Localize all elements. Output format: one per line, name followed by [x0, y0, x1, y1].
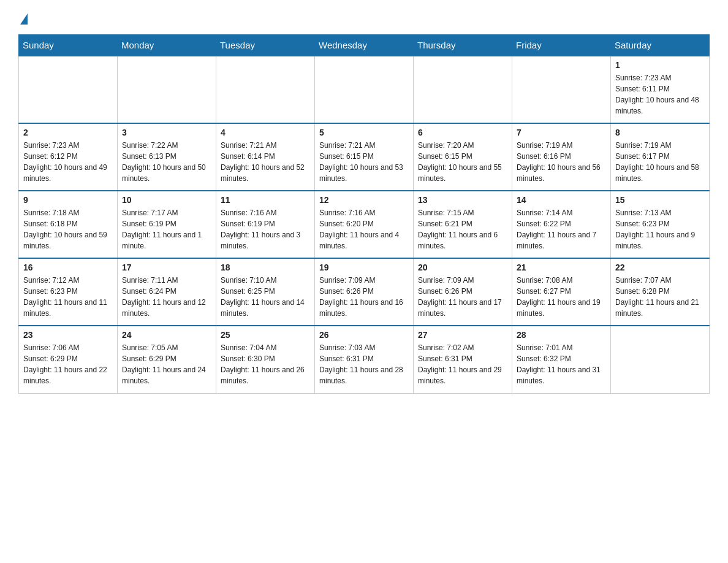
- calendar-cell: 12Sunrise: 7:16 AM Sunset: 6:20 PM Dayli…: [315, 191, 414, 258]
- day-info: Sunrise: 7:06 AM Sunset: 6:29 PM Dayligh…: [23, 342, 113, 386]
- calendar-table: SundayMondayTuesdayWednesdayThursdayFrid…: [18, 34, 710, 394]
- day-number: 22: [615, 262, 705, 272]
- day-info: Sunrise: 7:05 AM Sunset: 6:29 PM Dayligh…: [122, 342, 211, 386]
- calendar-cell: [19, 56, 118, 123]
- day-info: Sunrise: 7:08 AM Sunset: 6:27 PM Dayligh…: [517, 275, 606, 319]
- day-number: 6: [418, 128, 507, 137]
- day-info: Sunrise: 7:14 AM Sunset: 6:22 PM Dayligh…: [517, 207, 606, 251]
- week-row-2: 2Sunrise: 7:23 AM Sunset: 6:12 PM Daylig…: [19, 123, 710, 191]
- day-number: 21: [517, 262, 606, 272]
- calendar-cell: 23Sunrise: 7:06 AM Sunset: 6:29 PM Dayli…: [19, 326, 118, 393]
- day-info: Sunrise: 7:09 AM Sunset: 6:26 PM Dayligh…: [418, 275, 507, 319]
- calendar-cell: 14Sunrise: 7:14 AM Sunset: 6:22 PM Dayli…: [512, 191, 611, 258]
- week-row-4: 16Sunrise: 7:12 AM Sunset: 6:23 PM Dayli…: [19, 258, 710, 326]
- day-number: 1: [615, 60, 705, 70]
- day-info: Sunrise: 7:23 AM Sunset: 6:11 PM Dayligh…: [615, 72, 705, 117]
- day-number: 5: [319, 128, 409, 137]
- calendar-cell: 6Sunrise: 7:20 AM Sunset: 6:15 PM Daylig…: [414, 123, 512, 191]
- calendar-header-row: SundayMondayTuesdayWednesdayThursdayFrid…: [19, 35, 710, 56]
- calendar-cell: 24Sunrise: 7:05 AM Sunset: 6:29 PM Dayli…: [118, 326, 216, 393]
- day-number: 16: [23, 262, 113, 272]
- calendar-cell: 8Sunrise: 7:19 AM Sunset: 6:17 PM Daylig…: [611, 123, 710, 191]
- week-row-5: 23Sunrise: 7:06 AM Sunset: 6:29 PM Dayli…: [19, 326, 710, 393]
- day-info: Sunrise: 7:16 AM Sunset: 6:20 PM Dayligh…: [319, 207, 409, 251]
- day-number: 8: [615, 128, 705, 137]
- day-number: 10: [122, 195, 211, 205]
- day-info: Sunrise: 7:03 AM Sunset: 6:31 PM Dayligh…: [319, 342, 409, 386]
- calendar-cell: [216, 56, 315, 123]
- day-number: 18: [221, 262, 310, 272]
- day-info: Sunrise: 7:10 AM Sunset: 6:25 PM Dayligh…: [221, 275, 310, 319]
- day-number: 13: [418, 195, 507, 205]
- day-info: Sunrise: 7:01 AM Sunset: 6:32 PM Dayligh…: [517, 342, 606, 386]
- day-info: Sunrise: 7:22 AM Sunset: 6:13 PM Dayligh…: [122, 140, 211, 184]
- calendar-cell: 19Sunrise: 7:09 AM Sunset: 6:26 PM Dayli…: [315, 258, 414, 326]
- calendar-cell: 7Sunrise: 7:19 AM Sunset: 6:16 PM Daylig…: [512, 123, 611, 191]
- day-info: Sunrise: 7:02 AM Sunset: 6:31 PM Dayligh…: [418, 342, 507, 386]
- page-header: [18, 12, 710, 23]
- calendar-cell: [512, 56, 611, 123]
- calendar-cell: 10Sunrise: 7:17 AM Sunset: 6:19 PM Dayli…: [118, 191, 216, 258]
- day-info: Sunrise: 7:16 AM Sunset: 6:19 PM Dayligh…: [221, 207, 310, 251]
- day-info: Sunrise: 7:18 AM Sunset: 6:18 PM Dayligh…: [23, 207, 113, 251]
- day-info: Sunrise: 7:23 AM Sunset: 6:12 PM Dayligh…: [23, 140, 113, 184]
- day-number: 23: [23, 330, 113, 340]
- calendar-cell: [414, 56, 512, 123]
- week-row-3: 9Sunrise: 7:18 AM Sunset: 6:18 PM Daylig…: [19, 191, 710, 258]
- day-number: 26: [319, 330, 409, 340]
- calendar-header-thursday: Thursday: [414, 35, 512, 56]
- day-number: 17: [122, 262, 211, 272]
- day-number: 2: [23, 128, 113, 137]
- calendar-header-saturday: Saturday: [611, 35, 710, 56]
- calendar-cell: 21Sunrise: 7:08 AM Sunset: 6:27 PM Dayli…: [512, 258, 611, 326]
- calendar-cell: 13Sunrise: 7:15 AM Sunset: 6:21 PM Dayli…: [414, 191, 512, 258]
- calendar-cell: 5Sunrise: 7:21 AM Sunset: 6:15 PM Daylig…: [315, 123, 414, 191]
- calendar-header-tuesday: Tuesday: [216, 35, 315, 56]
- day-number: 4: [221, 128, 310, 137]
- day-info: Sunrise: 7:04 AM Sunset: 6:30 PM Dayligh…: [221, 342, 310, 386]
- calendar-cell: 2Sunrise: 7:23 AM Sunset: 6:12 PM Daylig…: [19, 123, 118, 191]
- day-info: Sunrise: 7:21 AM Sunset: 6:15 PM Dayligh…: [319, 140, 409, 184]
- day-number: 20: [418, 262, 507, 272]
- week-row-1: 1Sunrise: 7:23 AM Sunset: 6:11 PM Daylig…: [19, 56, 710, 123]
- logo: [18, 12, 28, 23]
- calendar-cell: 11Sunrise: 7:16 AM Sunset: 6:19 PM Dayli…: [216, 191, 315, 258]
- day-number: 9: [23, 195, 113, 205]
- day-number: 27: [418, 330, 507, 340]
- day-info: Sunrise: 7:09 AM Sunset: 6:26 PM Dayligh…: [319, 275, 409, 319]
- calendar-cell: 18Sunrise: 7:10 AM Sunset: 6:25 PM Dayli…: [216, 258, 315, 326]
- day-number: 7: [517, 128, 606, 137]
- calendar-cell: [118, 56, 216, 123]
- day-info: Sunrise: 7:19 AM Sunset: 6:17 PM Dayligh…: [615, 140, 705, 184]
- day-info: Sunrise: 7:19 AM Sunset: 6:16 PM Dayligh…: [517, 140, 606, 184]
- day-info: Sunrise: 7:17 AM Sunset: 6:19 PM Dayligh…: [122, 207, 211, 251]
- calendar-cell: 4Sunrise: 7:21 AM Sunset: 6:14 PM Daylig…: [216, 123, 315, 191]
- calendar-cell: 27Sunrise: 7:02 AM Sunset: 6:31 PM Dayli…: [414, 326, 512, 393]
- calendar-header-friday: Friday: [512, 35, 611, 56]
- day-number: 24: [122, 330, 211, 340]
- calendar-cell: 28Sunrise: 7:01 AM Sunset: 6:32 PM Dayli…: [512, 326, 611, 393]
- calendar-cell: 25Sunrise: 7:04 AM Sunset: 6:30 PM Dayli…: [216, 326, 315, 393]
- logo-arrow-icon: [20, 13, 28, 25]
- day-info: Sunrise: 7:07 AM Sunset: 6:28 PM Dayligh…: [615, 275, 705, 319]
- calendar-header-wednesday: Wednesday: [315, 35, 414, 56]
- day-number: 28: [517, 330, 606, 340]
- day-info: Sunrise: 7:21 AM Sunset: 6:14 PM Dayligh…: [221, 140, 310, 184]
- day-info: Sunrise: 7:20 AM Sunset: 6:15 PM Dayligh…: [418, 140, 507, 184]
- day-number: 25: [221, 330, 310, 340]
- day-info: Sunrise: 7:12 AM Sunset: 6:23 PM Dayligh…: [23, 275, 113, 319]
- day-info: Sunrise: 7:15 AM Sunset: 6:21 PM Dayligh…: [418, 207, 507, 251]
- day-number: 19: [319, 262, 409, 272]
- calendar-cell: 3Sunrise: 7:22 AM Sunset: 6:13 PM Daylig…: [118, 123, 216, 191]
- day-number: 15: [615, 195, 705, 205]
- calendar-cell: 9Sunrise: 7:18 AM Sunset: 6:18 PM Daylig…: [19, 191, 118, 258]
- calendar-cell: 20Sunrise: 7:09 AM Sunset: 6:26 PM Dayli…: [414, 258, 512, 326]
- calendar-cell: 26Sunrise: 7:03 AM Sunset: 6:31 PM Dayli…: [315, 326, 414, 393]
- calendar-header-monday: Monday: [118, 35, 216, 56]
- calendar-cell: 17Sunrise: 7:11 AM Sunset: 6:24 PM Dayli…: [118, 258, 216, 326]
- day-number: 12: [319, 195, 409, 205]
- calendar-cell: 22Sunrise: 7:07 AM Sunset: 6:28 PM Dayli…: [611, 258, 710, 326]
- day-number: 11: [221, 195, 310, 205]
- day-info: Sunrise: 7:13 AM Sunset: 6:23 PM Dayligh…: [615, 207, 705, 251]
- day-number: 3: [122, 128, 211, 137]
